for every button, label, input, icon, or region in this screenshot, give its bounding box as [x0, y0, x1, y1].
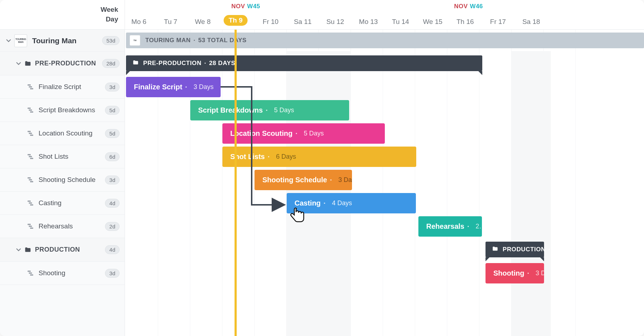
task-duration-badge: 2d	[105, 222, 120, 231]
bar-title: Rehearsals	[426, 222, 464, 231]
svg-rect-10	[29, 156, 32, 157]
day-label: Day	[106, 15, 118, 24]
bar-duration: 4 Days	[332, 199, 352, 207]
gantt-bar[interactable]: Shot Lists·6 Days	[222, 147, 416, 167]
day-cell[interactable]: Su 12	[326, 18, 344, 26]
svg-rect-20	[30, 228, 33, 229]
day-cell[interactable]: Tu 7	[164, 18, 177, 26]
sidebar-task-row[interactable]: Shooting Schedule3d	[0, 168, 125, 192]
gantt-bar[interactable]: Finalize Script·3 Days	[126, 77, 221, 97]
project-duration-badge: 53d	[102, 36, 120, 45]
gantt-phase-bar-production[interactable]: PRODUCTION·4	[485, 242, 544, 257]
day-cell-current[interactable]: Th 9	[223, 15, 247, 26]
sidebar-task-row[interactable]: Shot Lists6d	[0, 145, 125, 168]
svg-rect-0	[27, 84, 31, 86]
caret-down-icon[interactable]	[15, 246, 22, 253]
svg-rect-16	[29, 202, 32, 204]
sidebar-task-row[interactable]: Location Scouting5d	[0, 122, 125, 145]
project-logo-icon: TM	[130, 35, 140, 46]
phase-title: PRE-PRODUCTION	[35, 60, 96, 67]
caret-down-icon[interactable]	[5, 37, 12, 44]
header-left-labels: Week Day	[0, 0, 125, 29]
day-cell[interactable]: Th 16	[457, 18, 474, 26]
day-cell[interactable]: Fr 17	[490, 18, 506, 26]
task-title: Finalize Script	[39, 83, 81, 91]
bar-title: Shooting	[493, 269, 524, 277]
header-dates: NOVW45NOVW46Mo 6Tu 7We 8Th 9Fr 10Sa 11Su…	[125, 0, 644, 29]
svg-rect-6	[27, 131, 31, 132]
task-duration-badge: 3d	[105, 83, 120, 92]
folder-icon	[24, 60, 31, 67]
sidebar-project-row[interactable]: TOURINGMAN Touring Man 53d	[0, 30, 125, 52]
day-cell[interactable]: Sa 18	[522, 18, 540, 26]
gantt-bar[interactable]: Casting·4 Days	[287, 193, 416, 213]
phase-duration-badge: 4d	[105, 245, 120, 254]
task-icon	[27, 130, 34, 137]
phase-duration-badge: 28d	[102, 59, 120, 68]
week-label: Week	[101, 5, 118, 15]
folder-icon	[492, 246, 498, 253]
svg-rect-21	[27, 271, 31, 272]
sidebar-task-row[interactable]: Finalize Script3d	[0, 75, 125, 99]
task-title: Location Scouting	[39, 129, 92, 137]
svg-rect-15	[27, 201, 31, 202]
gantt-bar[interactable]: Script Breakdowns·5 Days	[190, 100, 349, 120]
gantt-bar[interactable]: Rehearsals·2…	[418, 216, 482, 237]
svg-rect-19	[29, 226, 32, 227]
task-title: Shooting	[39, 269, 65, 277]
day-cell[interactable]: We 15	[423, 18, 443, 26]
svg-rect-23	[30, 275, 33, 276]
task-title: Casting	[39, 199, 61, 207]
caret-down-icon[interactable]	[15, 60, 22, 67]
svg-rect-18	[27, 224, 31, 225]
svg-rect-4	[29, 109, 32, 111]
sidebar-phase-preproduction[interactable]: PRE-PRODUCTION 28d	[0, 52, 125, 75]
project-logo-icon: TOURINGMAN	[14, 34, 27, 47]
svg-rect-5	[30, 112, 33, 113]
today-line	[235, 30, 237, 336]
bar-duration: 5 Days	[304, 130, 324, 137]
task-title: Shot Lists	[39, 153, 68, 160]
svg-rect-17	[30, 204, 33, 206]
sidebar-phase-production[interactable]: PRODUCTION 4d	[0, 238, 125, 262]
folder-icon	[24, 246, 31, 253]
gantt-chart[interactable]: TM TOURING MAN·53 TOTAL DAYS PRE-PRODUCT…	[125, 30, 644, 336]
gantt-phase-bar-preproduction[interactable]: PRE-PRODUCTION·28 DAYS	[126, 55, 482, 71]
gantt-bar[interactable]: Location Scouting·5 Days	[222, 123, 385, 144]
day-cell[interactable]: Sa 11	[294, 18, 312, 26]
bar-duration: 6 Days	[276, 153, 296, 160]
folder-icon	[132, 59, 139, 67]
svg-rect-12	[27, 177, 31, 179]
bar-title: Shooting Schedule	[262, 176, 327, 184]
sidebar-task-row[interactable]: Script Breakdowns5d	[0, 99, 125, 122]
bar-duration: 3 Days	[193, 83, 213, 91]
bar-title: Finalize Script	[134, 83, 182, 91]
sidebar-task-row[interactable]: Rehearsals2d	[0, 215, 125, 238]
svg-rect-7	[29, 133, 32, 134]
day-cell[interactable]: We 8	[195, 18, 211, 26]
sidebar-task-row[interactable]: Shooting3d	[0, 262, 125, 285]
day-cell[interactable]: Fr 10	[263, 18, 278, 26]
phase-bar-text: PRE-PRODUCTION·28 DAYS	[143, 60, 235, 67]
gantt-project-summary[interactable]: TM TOURING MAN·53 TOTAL DAYS	[126, 33, 644, 48]
task-title: Rehearsals	[39, 222, 73, 230]
task-duration-badge: 3d	[105, 176, 120, 184]
task-duration-badge: 4d	[105, 199, 120, 208]
gantt-bar[interactable]: Shooting·3 Da	[485, 263, 544, 283]
task-icon	[27, 107, 34, 114]
task-icon	[27, 153, 34, 160]
bar-duration: 3 Days	[338, 176, 352, 184]
timeline-header: Week Day NOVW45NOVW46Mo 6Tu 7We 8Th 9Fr …	[0, 0, 644, 30]
gantt-bar[interactable]: Shooting Schedule·3 Days	[255, 170, 352, 190]
svg-rect-14	[30, 181, 33, 183]
svg-rect-13	[29, 179, 32, 181]
sidebar-task-row[interactable]: Casting4d	[0, 192, 125, 215]
phase-title: PRODUCTION	[35, 246, 80, 253]
bar-duration: 2…	[476, 223, 482, 230]
phase-bar-text: PRODUCTION·4	[503, 246, 557, 253]
task-duration-badge: 3d	[105, 269, 120, 278]
day-cell[interactable]: Tu 14	[392, 18, 409, 26]
day-cell[interactable]: Mo 6	[131, 18, 146, 26]
day-cell[interactable]: Mo 13	[359, 18, 378, 26]
svg-rect-1	[29, 86, 32, 88]
